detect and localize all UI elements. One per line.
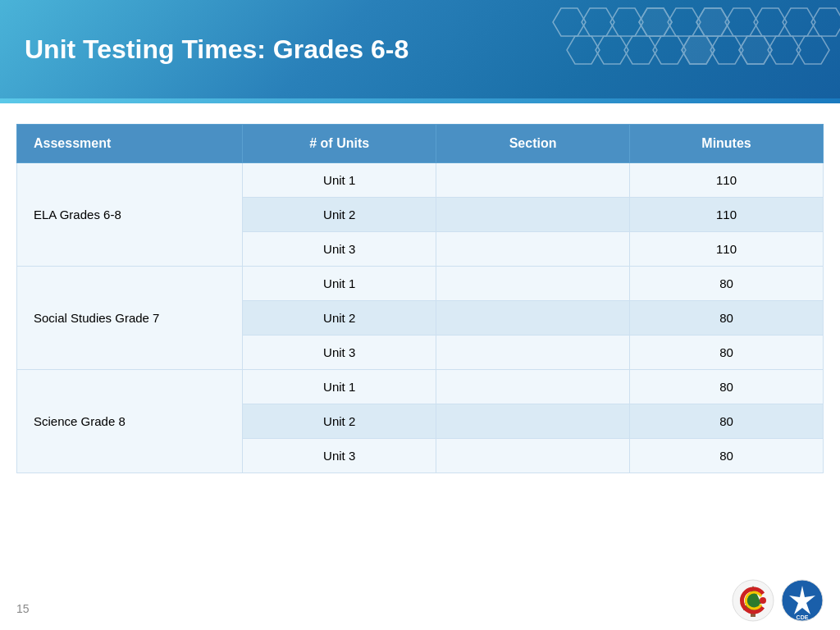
minutes-cell: 80 [630,267,824,301]
unit-cell: Unit 2 [243,404,436,439]
main-content: Assessment # of Units Section Minutes EL… [0,103,840,490]
svg-point-27 [760,597,766,604]
svg-marker-19 [696,8,729,36]
table-row: ELA Grades 6-8 Unit 1 110 [17,163,824,198]
minutes-cell: 80 [630,301,824,336]
svg-marker-20 [682,36,714,64]
section-cell [436,301,630,336]
col-assessment: Assessment [17,125,243,163]
section-cell [436,232,630,267]
table-header-row: Assessment # of Units Section Minutes [17,125,824,163]
table-row: Social Studies Grade 7 Unit 1 80 [17,267,824,301]
unit-cell: Unit 3 [243,439,436,473]
unit-cell: Unit 1 [243,267,436,301]
section-cell [436,439,630,473]
svg-marker-2 [610,8,643,36]
section-cell [436,163,630,198]
unit-cell: Unit 2 [243,198,436,232]
footer-page-number: 15 [16,602,30,615]
col-units: # of Units [243,125,436,163]
testing-times-table: Assessment # of Units Section Minutes EL… [16,124,824,473]
svg-marker-0 [553,8,586,36]
minutes-cell: 80 [630,439,824,473]
svg-marker-1 [582,8,614,36]
unit-cell: Unit 3 [243,232,436,267]
svg-marker-18 [797,36,829,64]
svg-marker-15 [710,36,743,64]
assessment-cell-ela: ELA Grades 6-8 [17,163,243,267]
minutes-cell: 110 [630,163,824,198]
minutes-cell: 110 [630,232,824,267]
svg-marker-21 [739,36,772,64]
table-row: Science Grade 8 Unit 1 80 [17,370,824,404]
cde-logo: CDE [781,579,824,622]
page-title: Unit Testing Times: Grades 6-8 [25,34,409,65]
minutes-cell: 110 [630,198,824,232]
colorado-logo [732,579,774,622]
col-minutes: Minutes [630,125,824,163]
unit-cell: Unit 1 [243,370,436,404]
svg-marker-13 [653,36,686,64]
section-cell [436,370,630,404]
svg-marker-4 [668,8,701,36]
unit-cell: Unit 1 [243,163,436,198]
svg-marker-12 [624,36,657,64]
minutes-cell: 80 [630,370,824,404]
section-cell [436,267,630,301]
svg-marker-7 [754,8,787,36]
unit-cell: Unit 2 [243,301,436,336]
svg-marker-10 [567,36,600,64]
unit-cell: Unit 3 [243,336,436,370]
header: Unit Testing Times: Grades 6-8 [0,0,840,98]
minutes-cell: 80 [630,336,824,370]
svg-text:CDE: CDE [797,614,809,620]
svg-marker-6 [725,8,758,36]
hex-pattern-decoration [528,0,840,98]
minutes-cell: 80 [630,404,824,439]
assessment-cell-ss: Social Studies Grade 7 [17,267,243,370]
svg-marker-22 [639,8,672,36]
assessment-cell-sci: Science Grade 8 [17,370,243,473]
svg-marker-11 [596,36,628,64]
footer-logos: CDE [732,579,824,622]
col-section: Section [436,125,630,163]
svg-marker-17 [768,36,801,64]
section-cell [436,336,630,370]
section-cell [436,404,630,439]
section-cell [436,198,630,232]
svg-marker-8 [783,8,815,36]
